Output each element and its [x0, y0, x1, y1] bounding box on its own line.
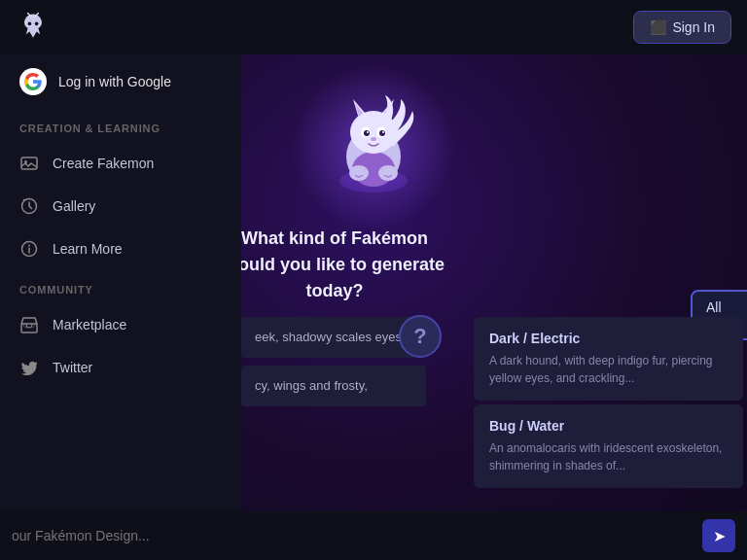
store-icon: [19, 315, 39, 334]
svg-point-22: [378, 165, 398, 181]
gallery-label: Gallery: [53, 198, 95, 214]
sign-in-label: Sign In: [672, 19, 715, 35]
sign-in-icon: ⬛: [650, 19, 666, 35]
twitter-label: Twitter: [53, 360, 92, 375]
hero-line1: What kind of Fakémon: [241, 228, 428, 248]
info-icon: [19, 239, 39, 259]
sidebar-top: [0, 0, 241, 54]
svg-rect-4: [21, 158, 37, 169]
sidebar-item-marketplace[interactable]: Marketplace: [0, 303, 241, 346]
creature-container: [310, 84, 437, 210]
right-card-2[interactable]: Bug / Water An anomalocaris with iridesc…: [474, 404, 743, 488]
learn-more-label: Learn More: [53, 241, 123, 257]
partial-card-1-text: eek, shadowy scales eyes.: [255, 330, 406, 344]
svg-point-8: [28, 245, 30, 247]
sidebar-item-create-fakemon[interactable]: Create Fakemon: [0, 142, 241, 185]
hero-text-block: What kind of Fakémon would you like to g…: [225, 210, 445, 304]
google-login-button[interactable]: Log in with Google: [0, 54, 241, 109]
svg-point-16: [364, 130, 370, 136]
send-button[interactable]: ➤: [702, 519, 735, 552]
right-card-1[interactable]: Dark / Electric A dark hound, with deep …: [474, 317, 743, 401]
google-icon: [19, 68, 47, 95]
svg-point-21: [349, 165, 369, 181]
card-1-desc: A dark hound, with deep indigo fur, pier…: [489, 352, 728, 387]
svg-point-19: [382, 131, 384, 133]
sidebar-item-twitter[interactable]: Twitter: [0, 346, 241, 389]
image-icon: [19, 154, 39, 173]
card-1-type: Dark / Electric: [489, 331, 728, 346]
hero-line3: today?: [305, 281, 363, 300]
create-fakemon-label: Create Fakemon: [53, 156, 154, 171]
twitter-icon: [19, 358, 39, 377]
google-login-label: Log in with Google: [58, 74, 171, 89]
section-label-community: Community: [0, 270, 241, 303]
fakemon-input[interactable]: [12, 528, 694, 543]
sidebar-item-learn-more[interactable]: Learn More: [0, 228, 241, 270]
sidebar-logo-icon: [16, 10, 51, 45]
hero-heading: What kind of Fakémon would you like to g…: [225, 226, 445, 304]
svg-point-20: [371, 137, 376, 141]
fakemon-image: [310, 84, 437, 210]
card-2-desc: An anomalocaris with iridescent exoskele…: [489, 439, 728, 474]
section-label-creation: Creation & Learning: [0, 109, 241, 142]
right-cards-panel: Dark / Electric A dark hound, with deep …: [470, 317, 747, 511]
sign-in-button[interactable]: ⬛ Sign In: [633, 11, 731, 44]
partial-card-2[interactable]: cy, wings and frosty,: [241, 366, 426, 406]
send-icon: ➤: [713, 527, 726, 545]
svg-point-2: [28, 22, 32, 26]
marketplace-label: Marketplace: [53, 317, 126, 332]
history-icon: [19, 196, 39, 216]
input-bar: ➤: [0, 511, 747, 560]
partial-card-2-text: cy, wings and frosty,: [255, 378, 368, 393]
svg-point-3: [35, 22, 39, 26]
hero-line2: would you like to generate: [225, 255, 445, 274]
sidebar-item-gallery[interactable]: Gallery: [0, 185, 241, 228]
sidebar: Log in with Google Creation & Learning C…: [0, 0, 241, 560]
question-circle-button[interactable]: ?: [399, 315, 442, 358]
partial-cards-left: eek, shadowy scales eyes. cy, wings and …: [241, 317, 426, 408]
svg-point-17: [379, 130, 385, 136]
card-2-type: Bug / Water: [489, 418, 728, 434]
svg-point-18: [367, 131, 369, 133]
